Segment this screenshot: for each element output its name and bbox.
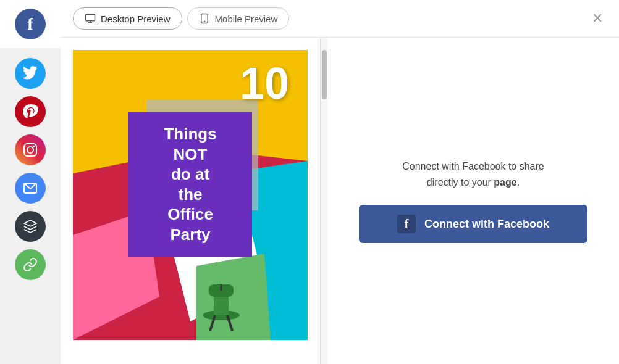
pinterest-icon: [23, 104, 38, 119]
content-row: 10 Things NOT do at the Office Party: [61, 38, 619, 364]
image-panel: 10 Things NOT do at the Office Party: [61, 38, 320, 364]
buffer-share-button[interactable]: [15, 211, 46, 242]
svg-rect-5: [86, 14, 95, 21]
desktop-icon: [85, 13, 96, 24]
email-icon: [23, 181, 38, 196]
article-number: 10: [240, 61, 289, 105]
svg-point-1: [27, 147, 33, 153]
connect-facebook-label: Connect with Facebook: [424, 218, 549, 231]
svg-rect-0: [24, 144, 36, 156]
sidebar-icons: [0, 48, 61, 290]
close-button[interactable]: ✕: [588, 9, 607, 28]
blog-image: 10 Things NOT do at the Office Party: [73, 50, 308, 340]
main-content: Desktop Preview Mobile Preview ✕: [61, 0, 619, 364]
mobile-preview-label: Mobile Preview: [215, 14, 278, 24]
article-text-overlay: Things NOT do at the Office Party: [128, 112, 252, 257]
facebook-button-icon: f: [397, 215, 416, 233]
desktop-preview-label: Desktop Preview: [101, 14, 171, 24]
topbar: Desktop Preview Mobile Preview ✕: [61, 0, 619, 38]
facebook-connect-panel: Connect with Facebook to share directly …: [327, 38, 619, 364]
facebook-logo-icon[interactable]: f: [15, 9, 46, 39]
scrollbar[interactable]: [320, 38, 327, 364]
instagram-icon: [23, 143, 38, 157]
pinterest-share-button[interactable]: [15, 96, 46, 127]
mobile-icon: [199, 13, 210, 24]
link-share-button[interactable]: [15, 249, 46, 280]
twitter-share-button[interactable]: [15, 58, 46, 89]
instagram-share-button[interactable]: [15, 134, 46, 165]
connect-facebook-button[interactable]: f Connect with Facebook: [359, 205, 587, 243]
buffer-icon: [23, 219, 38, 234]
connect-description: Connect with Facebook to share directly …: [402, 159, 544, 190]
sidebar: f: [0, 0, 61, 364]
svg-point-2: [33, 146, 35, 147]
mobile-preview-tab[interactable]: Mobile Preview: [187, 7, 290, 30]
desktop-preview-tab[interactable]: Desktop Preview: [73, 7, 182, 30]
twitter-icon: [23, 66, 38, 81]
svg-marker-4: [24, 220, 36, 226]
email-share-button[interactable]: [15, 173, 46, 204]
svg-marker-15: [196, 254, 271, 340]
page-bold: page: [494, 177, 516, 188]
sidebar-top: f: [0, 0, 61, 48]
article-title: Things NOT do at the Office Party: [140, 124, 241, 244]
link-icon: [23, 257, 38, 272]
preview-tabs: Desktop Preview Mobile Preview: [73, 7, 289, 30]
scroll-thumb[interactable]: [322, 50, 327, 99]
